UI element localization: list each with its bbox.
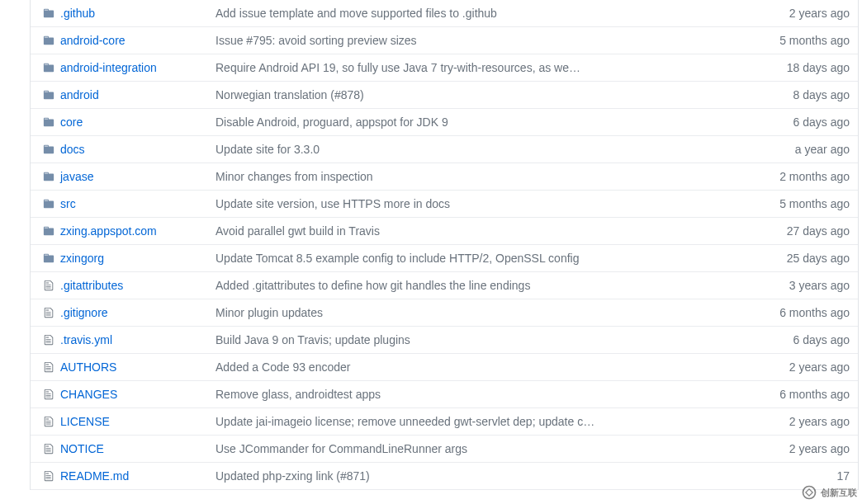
commit-age: 8 days ago — [742, 88, 850, 101]
file-icon — [42, 443, 59, 455]
folder-icon — [42, 62, 59, 73]
commit-age: 6 months ago — [742, 388, 850, 401]
commit-message[interactable]: Update jai-imageio license; remove unnee… — [216, 415, 742, 428]
file-link[interactable]: core — [60, 115, 83, 129]
commit-message[interactable]: Added a Code 93 encoder — [216, 360, 742, 374]
commit-message[interactable]: Minor plugin updates — [216, 306, 742, 319]
file-link[interactable]: .gitattributes — [60, 279, 123, 292]
commit-age: 2 years ago — [742, 442, 850, 455]
commit-message[interactable]: Update site for 3.3.0 — [216, 143, 742, 156]
file-name: CHANGES — [59, 388, 216, 401]
file-link[interactable]: AUTHORS — [60, 360, 116, 374]
file-icon — [42, 389, 59, 400]
file-icon — [42, 307, 59, 318]
commit-age: 2 years ago — [742, 415, 850, 428]
file-row: android-integrationRequire Android API 1… — [31, 54, 858, 82]
folder-icon — [42, 225, 59, 237]
commit-message[interactable]: Avoid parallel gwt build in Travis — [216, 224, 742, 238]
file-row: javaseMinor changes from inspection2 mon… — [31, 163, 858, 191]
file-row: androidNorwegian translation (#878)8 day… — [31, 82, 858, 109]
commit-message[interactable]: Added .gitattributes to define how git h… — [216, 279, 742, 292]
commit-age: 25 days ago — [742, 252, 850, 265]
file-row: CHANGESRemove glass, androidtest apps6 m… — [31, 381, 858, 408]
commit-message[interactable]: Update Tomcat 8.5 example config to incl… — [216, 252, 742, 265]
commit-age: a year ago — [742, 143, 850, 156]
watermark-text: 创新互联 — [821, 487, 857, 499]
file-name: LICENSE — [59, 415, 216, 428]
file-list: .githubAdd issue template and move suppo… — [30, 0, 859, 490]
file-link[interactable]: javase — [60, 170, 93, 183]
file-name: android-core — [59, 34, 216, 47]
file-row: LICENSEUpdate jai-imageio license; remov… — [31, 408, 858, 436]
file-link[interactable]: android-integration — [60, 61, 157, 74]
file-icon — [42, 280, 59, 291]
watermark: 创新互联 — [796, 481, 862, 504]
commit-age: 2 years ago — [742, 7, 850, 20]
file-name: .github — [59, 7, 216, 20]
file-link[interactable]: NOTICE — [60, 442, 104, 455]
file-name: core — [59, 115, 216, 129]
commit-age: 2 years ago — [742, 360, 850, 374]
commit-age: 5 months ago — [742, 197, 850, 210]
file-row: NOTICEUse JCommander for CommandLineRunn… — [31, 436, 858, 463]
folder-icon — [42, 35, 59, 46]
folder-icon — [42, 144, 59, 155]
file-link[interactable]: src — [60, 197, 76, 210]
folder-icon — [42, 89, 59, 101]
commit-age: 6 days ago — [742, 115, 850, 129]
file-name: README.md — [59, 469, 216, 483]
file-name: AUTHORS — [59, 360, 216, 374]
folder-icon — [42, 198, 59, 210]
file-link[interactable]: .github — [60, 7, 95, 20]
folder-icon — [42, 252, 59, 264]
file-row: .travis.ymlBuild Java 9 on Travis; updat… — [31, 327, 858, 354]
file-name: android-integration — [59, 61, 216, 74]
file-link[interactable]: .gitignore — [60, 306, 108, 319]
file-row: zxingorgUpdate Tomcat 8.5 example config… — [31, 245, 858, 272]
svg-point-0 — [803, 487, 816, 499]
file-link[interactable]: CHANGES — [60, 388, 117, 401]
file-icon — [42, 470, 59, 482]
commit-message[interactable]: Require Android API 19, so fully use Jav… — [216, 61, 742, 74]
commit-message[interactable]: Build Java 9 on Travis; update plugins — [216, 333, 742, 346]
commit-age: 18 days ago — [742, 61, 850, 74]
file-icon — [42, 416, 59, 427]
file-row: .gitattributesAdded .gitattributes to de… — [31, 272, 858, 299]
folder-icon — [42, 171, 59, 182]
commit-age: 5 months ago — [742, 34, 850, 47]
file-link[interactable]: zxing.appspot.com — [60, 224, 157, 238]
file-icon — [42, 334, 59, 346]
file-name: NOTICE — [59, 442, 216, 455]
file-row: AUTHORSAdded a Code 93 encoder2 years ag… — [31, 354, 858, 381]
commit-age: 6 days ago — [742, 333, 850, 346]
file-link[interactable]: LICENSE — [60, 415, 110, 428]
commit-message[interactable]: Issue #795: avoid sorting preview sizes — [216, 34, 742, 47]
file-name: .gitignore — [59, 306, 216, 319]
file-link[interactable]: docs — [60, 143, 85, 156]
file-link[interactable]: android — [60, 88, 99, 101]
commit-message[interactable]: Norwegian translation (#878) — [216, 88, 742, 101]
file-link[interactable]: README.md — [60, 469, 129, 483]
file-row: srcUpdate site version, use HTTPS more i… — [31, 191, 858, 218]
commit-message[interactable]: Add issue template and move supported fi… — [216, 7, 742, 20]
commit-message[interactable]: Disable Android, proguard, appspot for J… — [216, 115, 742, 129]
folder-icon — [42, 7, 59, 19]
file-row: android-coreIssue #795: avoid sorting pr… — [31, 27, 858, 54]
commit-message[interactable]: Minor changes from inspection — [216, 170, 742, 183]
commit-message[interactable]: Use JCommander for CommandLineRunner arg… — [216, 442, 742, 455]
file-row: docsUpdate site for 3.3.0a year ago — [31, 136, 858, 163]
file-link[interactable]: .travis.yml — [60, 333, 112, 346]
file-link[interactable]: zxingorg — [60, 252, 104, 265]
file-icon — [42, 361, 59, 373]
file-row: README.mdUpdated php-zxing link (#871)17 — [31, 463, 858, 490]
commit-message[interactable]: Updated php-zxing link (#871) — [216, 469, 742, 483]
commit-message[interactable]: Update site version, use HTTPS more in d… — [216, 197, 742, 210]
file-name: android — [59, 88, 216, 101]
file-name: .gitattributes — [59, 279, 216, 292]
file-link[interactable]: android-core — [60, 34, 126, 47]
file-row: .gitignoreMinor plugin updates6 months a… — [31, 299, 858, 327]
file-row: zxing.appspot.comAvoid parallel gwt buil… — [31, 218, 858, 245]
file-name: src — [59, 197, 216, 210]
commit-message[interactable]: Remove glass, androidtest apps — [216, 388, 742, 401]
file-name: zxingorg — [59, 252, 216, 265]
